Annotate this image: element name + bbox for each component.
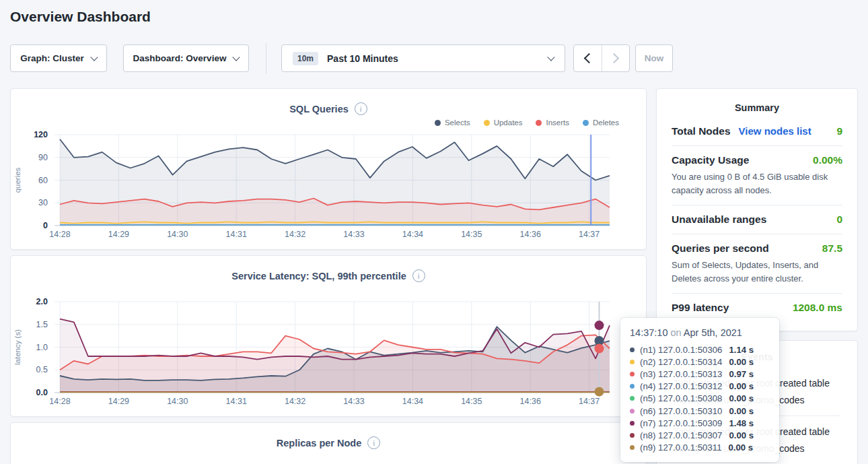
node-color-dot <box>630 433 635 438</box>
node-address: (n2) 127.0.0.1:50314 <box>640 357 722 367</box>
node-address: (n3) 127.0.0.1:50313 <box>640 369 722 379</box>
node-address: (n5) 127.0.0.1:50308 <box>640 393 722 403</box>
svg-text:14:36: 14:36 <box>520 230 541 239</box>
summary-metric-label: Unavailable ranges <box>672 213 766 226</box>
info-icon[interactable]: i <box>355 102 367 115</box>
summary-metric-description: Sum of Selects, Updates, Inserts, and De… <box>672 259 842 285</box>
svg-text:14:31: 14:31 <box>226 230 247 239</box>
summary-metric-value: 87.5 <box>822 242 842 255</box>
summary-metric-value: 0.00% <box>813 154 842 166</box>
tooltip-node-row: (n6) 127.0.0.1:50310 0.00 s <box>630 405 770 417</box>
svg-text:14:34: 14:34 <box>402 230 423 239</box>
svg-text:0: 0 <box>43 221 48 230</box>
chevron-right-icon <box>609 53 620 64</box>
svg-text:90: 90 <box>38 153 48 162</box>
node-latency-value: 0.00 s <box>728 442 753 453</box>
summary-row: Unavailable ranges 0 <box>672 205 842 234</box>
node-address: (n4) 127.0.0.1:50312 <box>640 381 722 391</box>
legend-label: Inserts <box>546 119 569 127</box>
tooltip-node-row: (n8) 127.0.0.1:50307 0.00 s <box>630 429 770 441</box>
node-color-dot <box>630 384 635 389</box>
svg-text:14:35: 14:35 <box>461 397 482 406</box>
summary-metric-label: Capacity Usage <box>672 154 749 166</box>
time-range-selector[interactable]: 10m Past 10 Minutes <box>281 44 565 72</box>
node-latency-value: 0.00 s <box>729 381 754 391</box>
svg-text:14:33: 14:33 <box>343 397 364 406</box>
node-latency-value: 0.00 s <box>729 406 754 416</box>
legend-color-dot <box>583 120 589 126</box>
toolbar-divider <box>266 43 266 73</box>
sql-queries-chart[interactable]: 14:2814:2914:3014:3114:3214:3314:3414:35… <box>11 128 647 244</box>
summary-metric-value: 9 <box>836 125 842 137</box>
chevron-down-icon <box>233 53 240 61</box>
chevron-left-icon <box>583 53 594 64</box>
node-color-dot <box>630 445 635 450</box>
graph-dropdown[interactable]: Graph: Cluster <box>10 44 107 72</box>
node-latency-value: 0.00 s <box>729 393 754 403</box>
svg-text:14:28: 14:28 <box>49 230 70 239</box>
node-color-dot <box>630 347 635 352</box>
legend-color-dot <box>536 120 542 126</box>
node-address: (n8) 127.0.0.1:50307 <box>640 430 722 440</box>
svg-text:30: 30 <box>38 198 48 207</box>
node-latency-value: 1.48 s <box>729 418 754 428</box>
svg-text:14:34: 14:34 <box>402 397 423 406</box>
tooltip-time: 14:37:10 <box>630 327 667 338</box>
svg-text:latency (s): latency (s) <box>13 329 22 365</box>
legend-label: Updates <box>494 119 523 127</box>
time-nav-group <box>573 44 630 72</box>
graph-dropdown-label: Graph: Cluster <box>20 53 84 63</box>
overview-dashboard-page: Overview Dashboard Graph: Cluster Dashbo… <box>0 0 868 464</box>
time-range-badge: 10m <box>293 52 318 65</box>
node-address: (n7) 127.0.0.1:50309 <box>640 418 722 428</box>
svg-text:2.0: 2.0 <box>36 297 48 306</box>
summary-metric-description: You are using 0 B of 4.5 GiB usable disk… <box>672 170 842 197</box>
svg-text:60: 60 <box>38 176 48 185</box>
time-forward-button[interactable] <box>602 45 630 71</box>
summary-metric-label: P99 latency <box>672 302 729 314</box>
legend-item[interactable]: Inserts <box>536 119 569 127</box>
legend-item[interactable]: Selects <box>435 119 470 127</box>
svg-text:14:30: 14:30 <box>167 230 188 239</box>
svg-text:14:37: 14:37 <box>579 230 600 239</box>
legend-item[interactable]: Deletes <box>583 119 619 127</box>
info-icon[interactable]: i <box>412 269 425 282</box>
svg-text:0.0: 0.0 <box>36 388 48 397</box>
now-button-label: Now <box>645 53 664 63</box>
time-back-button[interactable] <box>574 45 602 71</box>
svg-text:14:33: 14:33 <box>343 230 364 239</box>
legend-item[interactable]: Updates <box>484 119 523 127</box>
now-button[interactable]: Now <box>635 44 673 72</box>
info-icon[interactable]: i <box>367 436 380 449</box>
time-range-label: Past 10 Minutes <box>327 53 398 64</box>
legend-color-dot <box>435 120 441 126</box>
node-color-dot <box>630 396 635 401</box>
sql-legend: Selects Updates Inserts Deletes <box>435 119 619 127</box>
node-color-dot <box>630 421 635 426</box>
tooltip-separator: on <box>670 327 681 338</box>
tooltip-timestamp: 14:37:10 on Apr 5th, 2021 <box>630 327 770 338</box>
svg-text:14:28: 14:28 <box>49 397 70 406</box>
node-address: (n6) 127.0.0.1:50310 <box>640 406 722 416</box>
summary-metric-label: Queries per second <box>672 242 769 255</box>
tooltip-node-row: (n3) 127.0.0.1:50313 0.97 s <box>630 368 770 380</box>
summary-panel: Summary Total Nodes View nodes list 9 Ca… <box>656 88 858 331</box>
dashboard-dropdown[interactable]: Dashboard: Overview <box>123 44 249 72</box>
summary-metric-label: Total Nodes <box>672 125 731 137</box>
chart-title: Service Latency: SQL, 99th percentile <box>231 271 406 281</box>
tooltip-rows: (n1) 127.0.0.1:50306 1.14 s (n2) 127.0.0… <box>630 343 770 454</box>
service-latency-chart[interactable]: 14:2814:2914:3014:3114:3214:3314:3414:35… <box>11 295 647 411</box>
node-color-dot <box>630 360 635 364</box>
tooltip-date: Apr 5th, 2021 <box>684 327 742 338</box>
node-latency-value: 1.14 s <box>729 345 754 355</box>
view-nodes-list-link[interactable]: View nodes list <box>739 125 811 137</box>
tooltip-node-row: (n9) 127.0.0.1:50311 0.00 s <box>630 442 770 454</box>
chevron-down-icon <box>90 53 98 61</box>
legend-color-dot <box>484 120 490 126</box>
svg-text:14:36: 14:36 <box>520 397 541 406</box>
page-title: Overview Dashboard <box>10 9 151 25</box>
node-color-dot <box>630 372 635 376</box>
node-latency-value: 0.97 s <box>729 369 754 379</box>
service-latency-chart-card: Service Latency: SQL, 99th percentile i … <box>10 255 647 417</box>
summary-row: Capacity Usage 0.00% You are using 0 B o… <box>672 146 842 205</box>
